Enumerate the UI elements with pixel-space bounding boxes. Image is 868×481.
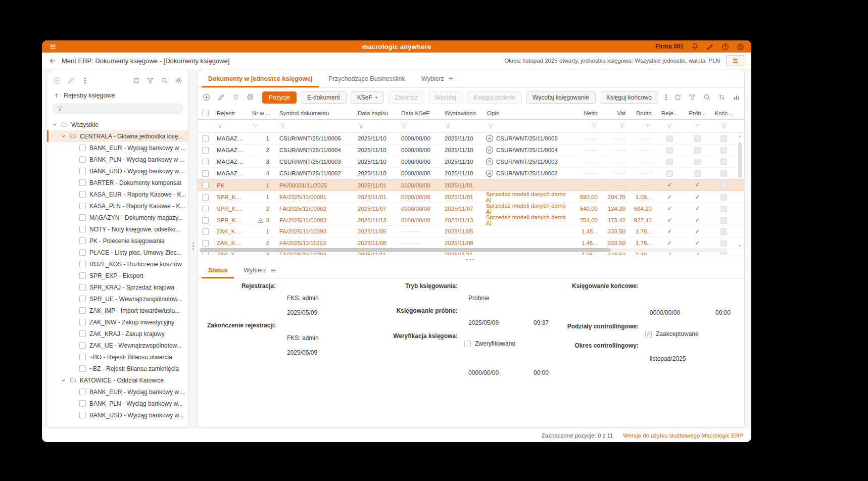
- print-icon[interactable]: [247, 93, 254, 101]
- tree-item[interactable]: ZAK_UE - Wewnątrzwspólnotow...: [47, 340, 188, 351]
- tree-item[interactable]: KATOWICE - Oddział Katowice: [47, 374, 188, 386]
- register-checkbox[interactable]: [79, 307, 86, 314]
- back-arrow-icon[interactable]: [49, 57, 57, 65]
- row-checkbox[interactable]: [202, 135, 209, 142]
- chart-icon[interactable]: [733, 93, 740, 101]
- probne-checkbox[interactable]: [694, 147, 701, 154]
- register-checkbox[interactable]: [79, 412, 86, 418]
- column-filter[interactable]: [602, 123, 630, 129]
- tree-item[interactable]: BANK_PLN - Wyciąg bankowy w...: [47, 398, 188, 409]
- probne-checkbox[interactable]: [694, 206, 701, 212]
- koncowe-checkbox[interactable]: [720, 182, 727, 188]
- probne-checkbox[interactable]: [694, 217, 701, 224]
- toolbar-button[interactable]: Wycofaj ▾: [428, 91, 463, 104]
- table-row[interactable]: SPR_KRAJ 2 FA/2025/11/00002 2025/11/07 0…: [198, 203, 744, 214]
- probne-checkbox[interactable]: [694, 240, 701, 247]
- tree-item[interactable]: ROZL_KOS - Rozliczenie kosztów: [47, 258, 188, 270]
- tree-item[interactable]: ZAK_KRAJ - Zakup krajowy: [47, 328, 188, 340]
- tree-item[interactable]: PK - Polecenie księgowania: [47, 235, 188, 247]
- delete-icon[interactable]: [232, 93, 239, 101]
- column-header[interactable]: Rejestr: [213, 110, 248, 116]
- column-header[interactable]: Netto: [574, 110, 602, 116]
- toolbar-button[interactable]: Zakończ ▾: [388, 91, 424, 104]
- table-row[interactable]: MAGAZYN 4 CSUR/WNT/25/11/0002 2025/11/10…: [198, 168, 744, 179]
- register-checkbox[interactable]: [79, 191, 86, 198]
- column-filter[interactable]: [397, 123, 441, 129]
- column-header[interactable]: Data zapisu: [354, 110, 397, 116]
- tree-item[interactable]: BARTER - Dokumenty kompensat: [47, 177, 188, 188]
- tree-item[interactable]: ~BO - Rejestr Bilansu otwarcia: [47, 351, 188, 363]
- register-checkbox[interactable]: [79, 214, 86, 221]
- probne-checkbox[interactable]: [694, 182, 701, 188]
- register-checkbox[interactable]: [79, 272, 86, 279]
- column-filter[interactable]: [213, 123, 248, 129]
- koncowe-checkbox[interactable]: [720, 206, 727, 212]
- probne-checkbox[interactable]: [694, 170, 701, 177]
- scroll-up-icon[interactable]: ▲: [738, 134, 742, 138]
- koncowe-checkbox[interactable]: [720, 217, 727, 224]
- column-filter[interactable]: [630, 123, 656, 129]
- column-header[interactable]: Brutto: [630, 110, 656, 116]
- filter-icon[interactable]: [147, 77, 154, 84]
- tree-item[interactable]: ZAK_INW - Zakup inwestycyjny: [47, 316, 188, 328]
- tree-item[interactable]: SPR_KRAJ - Sprzedaż krajowa: [47, 281, 188, 293]
- table-row[interactable]: MAGAZYN 2 CSUR/WNT/25/11/0004 2025/11/10…: [198, 145, 744, 156]
- rejestracja-checkbox[interactable]: [666, 135, 673, 142]
- koncowe-checkbox[interactable]: [720, 228, 727, 235]
- tree-item[interactable]: NOTY - Noty księgowe, odsetko...: [47, 223, 188, 235]
- column-header[interactable]: Wystawiono: [441, 110, 483, 116]
- tree-item[interactable]: SPR_EXP - Eksport: [47, 270, 188, 281]
- table-row[interactable]: ZAK_KRAJ 1 FA/2025/11/10293 2025/11/05 ·…: [198, 226, 744, 237]
- register-checkbox[interactable]: [79, 284, 86, 291]
- scrollbar-thumb[interactable]: [200, 248, 611, 252]
- row-checkbox[interactable]: [202, 159, 209, 165]
- zaakceptowane-checkbox[interactable]: Zaakceptowane: [645, 330, 699, 338]
- register-checkbox[interactable]: [79, 237, 86, 244]
- column-filter[interactable]: [684, 123, 711, 129]
- column-header[interactable]: Reje...: [656, 110, 684, 116]
- row-checkbox[interactable]: [202, 217, 209, 224]
- user-icon[interactable]: [737, 43, 744, 51]
- register-checkbox[interactable]: [79, 226, 86, 232]
- search-icon[interactable]: [703, 93, 711, 101]
- scrollbar-thumb[interactable]: [738, 142, 742, 178]
- register-checkbox[interactable]: [79, 342, 86, 349]
- register-checkbox[interactable]: [79, 319, 86, 325]
- column-header[interactable]: Symbol dokumentu: [275, 110, 354, 116]
- sort-icon[interactable]: [718, 93, 726, 101]
- search-icon[interactable]: [161, 77, 168, 84]
- edit-icon[interactable]: [217, 93, 225, 101]
- vertical-scrollbar[interactable]: ▲ ▼: [737, 134, 743, 248]
- collapse-up-icon[interactable]: [53, 92, 60, 99]
- tab[interactable]: Wybierz: [415, 71, 461, 87]
- table-row[interactable]: SPR_KRAJ 3 FA/2025/11/00003 2025/11/13 0…: [198, 214, 744, 226]
- toolbar-button[interactable]: Księguj próbnie ▾: [467, 91, 522, 104]
- column-filter[interactable]: [275, 123, 354, 129]
- koncowe-checkbox[interactable]: [720, 170, 727, 177]
- chevron-down-icon[interactable]: [61, 133, 66, 139]
- tree-item[interactable]: BANK_PLN - Wyciąg bankowy w ...: [47, 154, 188, 165]
- add-icon[interactable]: [203, 93, 210, 101]
- table-row[interactable]: PK 1 PK/00001/11/2025 2025/11/01 0000/00…: [198, 179, 744, 191]
- column-header[interactable]: Data KSeF: [397, 110, 441, 116]
- tree-item[interactable]: KASA_EUR - Raporty Kasowe - K...: [47, 188, 188, 200]
- koncowe-checkbox[interactable]: [720, 240, 727, 247]
- column-header[interactable]: Nr w ...: [248, 110, 275, 116]
- probne-checkbox[interactable]: [694, 228, 701, 235]
- rejestracja-checkbox[interactable]: [666, 170, 673, 177]
- column-header[interactable]: Końc...: [711, 110, 736, 116]
- chevron-down-icon[interactable]: [52, 122, 58, 127]
- table-row[interactable]: SPR_KRAJ 1 FA/2025/11/00001 2025/11/01 0…: [198, 191, 744, 203]
- table-row[interactable]: MAGAZYN 3 CSUR/WNT/25/11/0003 2025/11/10…: [198, 156, 744, 168]
- tree-item[interactable]: BANK_USD - Wyciąg bankowy w...: [47, 409, 188, 421]
- register-checkbox[interactable]: [79, 296, 86, 302]
- register-checkbox[interactable]: [79, 145, 86, 151]
- chevron-down-icon[interactable]: [61, 377, 66, 383]
- view-settings-button[interactable]: [726, 55, 744, 66]
- rejestracja-checkbox[interactable]: [666, 159, 673, 165]
- tree-item[interactable]: ZAK_IMP - Import towarów/usłu...: [47, 305, 188, 316]
- register-checkbox[interactable]: [79, 156, 86, 163]
- column-filter[interactable]: [656, 123, 684, 129]
- panel-splitter-handle[interactable]: •••: [198, 255, 744, 264]
- register-checkbox[interactable]: [79, 365, 86, 372]
